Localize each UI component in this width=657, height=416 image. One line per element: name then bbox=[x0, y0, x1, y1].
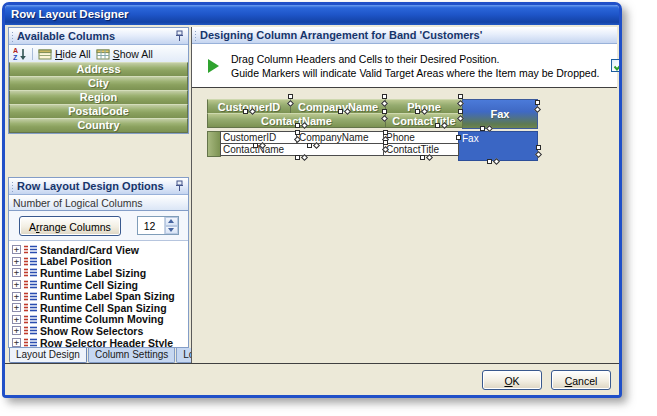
available-column-city[interactable]: City bbox=[9, 76, 188, 91]
left-panel-gap bbox=[8, 134, 189, 177]
resize-handle-square[interactable] bbox=[288, 94, 293, 99]
resize-handle-square[interactable] bbox=[535, 100, 540, 105]
show-resizing-guides-checkbox[interactable] bbox=[611, 59, 622, 72]
instructions-text: Drag Column Headers and Cells to their D… bbox=[231, 52, 599, 80]
expand-plus-icon[interactable]: + bbox=[12, 326, 21, 335]
option-list-icon bbox=[24, 280, 37, 289]
option-list-icon bbox=[24, 268, 37, 277]
resize-handle-square[interactable] bbox=[382, 94, 387, 99]
tree-item-runtime-cell-sizing[interactable]: +Runtime Cell Sizing bbox=[12, 279, 188, 291]
toolbar-separator bbox=[32, 48, 33, 60]
option-list-icon bbox=[24, 326, 37, 335]
resize-handle-square[interactable] bbox=[253, 143, 258, 148]
designer-panel-header: Designing Column Arrangement for Band 'C… bbox=[192, 27, 617, 44]
cell-fax[interactable]: Fax bbox=[458, 131, 538, 161]
show-resizing-guides-group: Show Resizing Guides bbox=[611, 59, 622, 72]
resize-handle-square[interactable] bbox=[487, 159, 492, 164]
resize-handle-square[interactable] bbox=[295, 130, 300, 135]
spinner-down-button[interactable] bbox=[165, 226, 178, 235]
available-column-region[interactable]: Region bbox=[9, 90, 188, 105]
logical-columns-spinner[interactable]: 12 bbox=[137, 216, 179, 235]
row-layout-designer-window: Row Layout Designer Available Columns AZ bbox=[2, 2, 622, 398]
cancel-button[interactable]: Cancel bbox=[551, 370, 611, 390]
hide-all-button[interactable]: Hide All bbox=[38, 48, 91, 60]
tree-item-runtime-label-span-sizing[interactable]: +Runtime Label Span Sizing bbox=[12, 290, 188, 302]
bottom-tab-strip: Layout Design Column Settings Load/Save bbox=[8, 348, 189, 363]
panel-grip-icon[interactable] bbox=[11, 181, 14, 192]
option-list-icon bbox=[24, 338, 37, 347]
tree-item-show-row-selectors[interactable]: +Show Row Selectors bbox=[12, 325, 188, 337]
resize-handle-square[interactable] bbox=[383, 130, 388, 135]
option-list-icon bbox=[24, 303, 37, 312]
cell-contactname[interactable]: ContactName bbox=[220, 143, 384, 156]
design-options-header: Row Layout Design Options bbox=[9, 178, 188, 195]
tab-column-settings[interactable]: Column Settings bbox=[88, 348, 175, 363]
resize-handle-square[interactable] bbox=[456, 135, 461, 140]
window-title: Row Layout Designer bbox=[11, 8, 129, 20]
tree-item-standard-card-view[interactable]: +Standard/Card View bbox=[12, 244, 188, 256]
resize-handle-square[interactable] bbox=[435, 123, 440, 128]
panel-grip-icon[interactable] bbox=[11, 31, 14, 42]
tree-item-runtime-cell-span-sizing[interactable]: +Runtime Cell Span Sizing bbox=[12, 302, 188, 314]
available-columns-panel: Available Columns AZ Hide All bbox=[8, 27, 189, 134]
resize-handle-square[interactable] bbox=[415, 109, 420, 114]
expand-plus-icon[interactable]: + bbox=[12, 268, 21, 277]
ok-button[interactable]: OK bbox=[482, 370, 542, 390]
tree-item-row-selector-header-style[interactable]: +Row Selector Header Style bbox=[12, 337, 188, 347]
available-column-address[interactable]: Address bbox=[9, 62, 188, 77]
resize-handle-square[interactable] bbox=[458, 109, 463, 114]
tree-item-label-position[interactable]: +Label Position bbox=[12, 256, 188, 268]
window-titlebar: Row Layout Designer bbox=[5, 5, 619, 25]
tree-item-runtime-label-sizing[interactable]: +Runtime Label Sizing bbox=[12, 267, 188, 279]
designer-canvas: CustomerID CompanyName Phone Fax Contact… bbox=[192, 88, 617, 363]
option-list-icon bbox=[24, 315, 37, 324]
resize-handle-square[interactable] bbox=[458, 94, 463, 99]
resize-handle-square[interactable] bbox=[480, 126, 485, 131]
arrange-columns-button[interactable]: Arrange Columns bbox=[19, 216, 121, 236]
tree-item-runtime-column-moving[interactable]: +Runtime Column Moving bbox=[12, 314, 188, 326]
pin-icon[interactable] bbox=[175, 180, 184, 192]
option-list-icon bbox=[24, 257, 37, 266]
designer-panel-title: Designing Column Arrangement for Band 'C… bbox=[200, 29, 613, 41]
expand-plus-icon[interactable]: + bbox=[12, 315, 21, 324]
resize-handle-square[interactable] bbox=[295, 123, 300, 128]
available-column-country[interactable]: Country bbox=[9, 118, 188, 133]
resize-handle-square[interactable] bbox=[243, 109, 248, 114]
right-column: Designing Column Arrangement for Band 'C… bbox=[191, 27, 617, 363]
tab-layout-design[interactable]: Layout Design bbox=[9, 348, 87, 363]
design-options-title: Row Layout Design Options bbox=[17, 180, 175, 192]
available-column-postalcode[interactable]: PostalCode bbox=[9, 104, 188, 119]
expand-plus-icon[interactable]: + bbox=[12, 303, 21, 312]
expand-plus-icon[interactable]: + bbox=[12, 280, 21, 289]
resize-handle-square[interactable] bbox=[536, 145, 541, 150]
sort-az-button[interactable]: AZ bbox=[13, 47, 27, 61]
resize-handle-square[interactable] bbox=[383, 140, 388, 145]
design-options-tree: +Standard/Card View+Label Position+Runti… bbox=[9, 241, 188, 347]
expand-plus-icon[interactable]: + bbox=[12, 292, 21, 301]
show-all-icon bbox=[96, 48, 110, 60]
expand-plus-icon[interactable]: + bbox=[12, 338, 21, 347]
svg-text:Z: Z bbox=[13, 54, 18, 61]
resize-handle-square[interactable] bbox=[338, 109, 343, 114]
show-all-button[interactable]: Show All bbox=[96, 48, 153, 60]
resize-handle-square[interactable] bbox=[295, 155, 300, 160]
available-columns-header: Available Columns bbox=[9, 28, 188, 45]
logical-columns-value[interactable]: 12 bbox=[138, 217, 164, 234]
expand-plus-icon[interactable]: + bbox=[12, 245, 21, 254]
main-area: Available Columns AZ Hide All bbox=[5, 25, 619, 363]
available-columns-title: Available Columns bbox=[17, 30, 175, 42]
row-selector-strip bbox=[207, 131, 221, 157]
spinner-up-button[interactable] bbox=[165, 217, 178, 226]
logical-columns-group-header: Number of Logical Columns bbox=[9, 195, 188, 211]
resize-handle-square[interactable] bbox=[382, 109, 387, 114]
resize-handle-square[interactable] bbox=[420, 155, 425, 160]
column-header-fax[interactable]: Fax bbox=[462, 99, 538, 129]
left-column: Available Columns AZ Hide All bbox=[8, 27, 189, 363]
instructions-bar: Drag Column Headers and Cells to their D… bbox=[192, 44, 617, 88]
available-columns-toolbar: AZ Hide All Show All bbox=[9, 45, 188, 63]
resize-handle-square[interactable] bbox=[307, 143, 312, 148]
expand-plus-icon[interactable]: + bbox=[12, 257, 21, 266]
panel-grip-icon bbox=[194, 30, 197, 41]
hide-all-icon bbox=[38, 48, 52, 60]
pin-icon[interactable] bbox=[175, 30, 184, 42]
